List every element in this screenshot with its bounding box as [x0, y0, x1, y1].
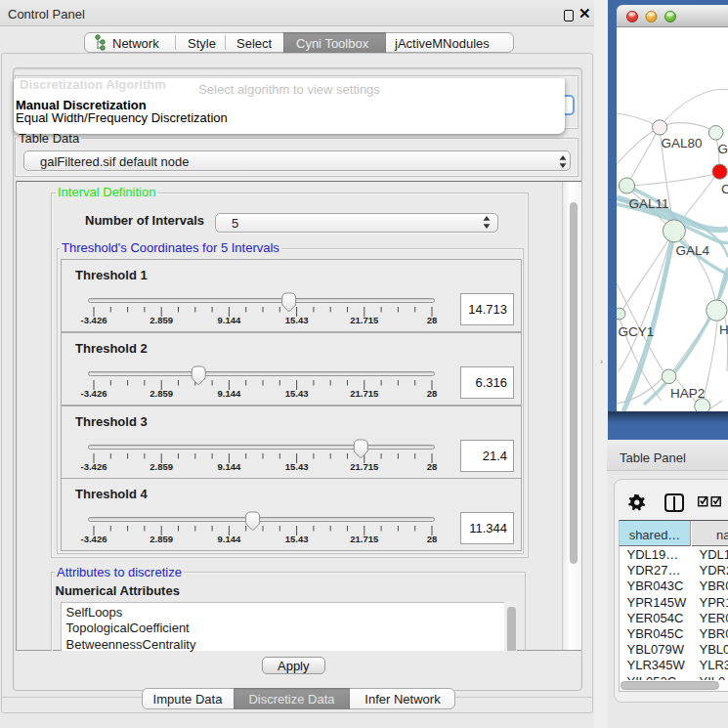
svg-text:GA: GA	[718, 142, 728, 156]
svg-text:GCY1: GCY1	[619, 324, 655, 339]
svg-text:H: H	[719, 322, 728, 337]
svg-text:C: C	[721, 182, 728, 196]
svg-text:GAL80: GAL80	[662, 136, 703, 150]
svg-text:HAP2: HAP2	[670, 386, 705, 401]
svg-text:GAL11: GAL11	[629, 196, 669, 211]
svg-text:GAL4: GAL4	[676, 243, 710, 258]
